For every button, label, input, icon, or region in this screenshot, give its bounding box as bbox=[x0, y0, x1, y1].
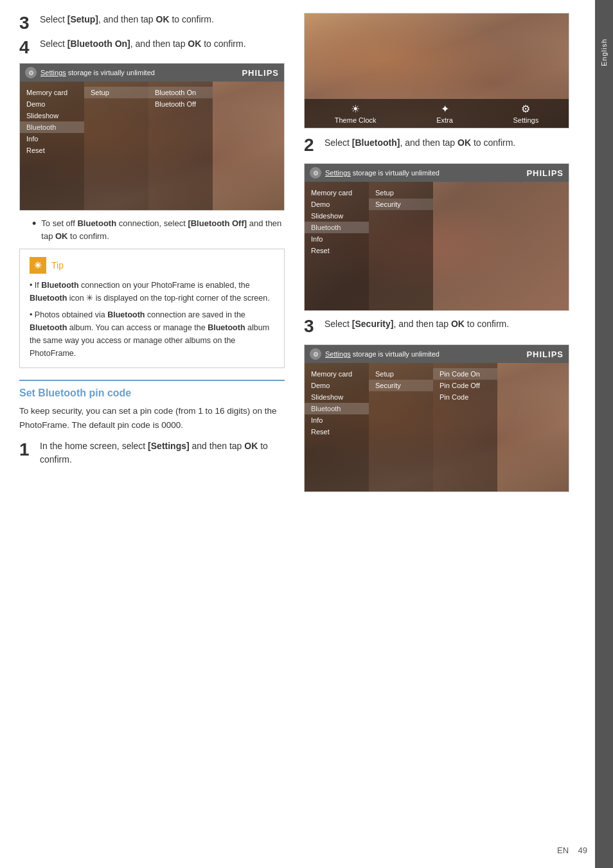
menu-item: Slideshow bbox=[305, 391, 369, 403]
step-3-right-number: 3 bbox=[304, 317, 324, 335]
bullet-dot: • bbox=[32, 217, 36, 231]
page-container: English 3 Select [Setup], and then tap O… bbox=[0, 0, 613, 868]
menu-item-bluetooth-3: Bluetooth bbox=[305, 403, 369, 414]
step-2-text: Select [Bluetooth], and then tap OK to c… bbox=[324, 136, 515, 150]
photo-menu-settings: ⚙ Settings bbox=[513, 103, 538, 124]
mockup-3-title: Settings storage is virtually unlimited bbox=[325, 350, 526, 358]
step-2-number: 2 bbox=[304, 136, 324, 154]
tip-header: ✳ Tip bbox=[30, 257, 274, 274]
menu-item: Memory card bbox=[20, 87, 84, 98]
mockup-1-brand: PHILIPS bbox=[242, 68, 279, 78]
section-intro: To keep security, you can set a pin code… bbox=[19, 404, 285, 432]
menu-item-bluetooth-2: Bluetooth bbox=[305, 222, 369, 233]
mockup-2-body: Memory card Demo Slideshow Bluetooth Inf… bbox=[305, 182, 569, 311]
settings-icon: ⚙ bbox=[513, 103, 538, 115]
menu-item: Info bbox=[20, 133, 84, 145]
submenu2-pincode-on: Pin Code On bbox=[433, 368, 497, 380]
mockup-1-submenu2: Bluetooth On Bluetooth Off bbox=[148, 82, 213, 211]
theme-clock-label: Theme Clock bbox=[335, 116, 377, 124]
step-4-block: 4 Select [Bluetooth On], and then tap OK… bbox=[19, 37, 285, 57]
tip-icon: ✳ bbox=[30, 257, 46, 274]
menu-item: Reset bbox=[305, 426, 369, 438]
submenu-item-setup: Setup bbox=[84, 87, 148, 98]
step-1-text: In the home screen, select [Settings] an… bbox=[40, 439, 285, 466]
step-2-header: 2 Select [Bluetooth], and then tap OK to… bbox=[304, 136, 569, 154]
submenu2-item-bluetooth-off: Bluetooth Off bbox=[148, 98, 213, 110]
mockup-2-menu: Memory card Demo Slideshow Bluetooth Inf… bbox=[305, 182, 369, 311]
right-column: ☀ Theme Clock ✦ Extra ⚙ Settings 2 bbox=[304, 13, 569, 855]
mockup-1-menu: Memory card Demo Slideshow Bluetooth Inf… bbox=[20, 82, 84, 211]
step-1-number: 1 bbox=[19, 441, 40, 459]
photo-menu-extra: ✦ Extra bbox=[436, 103, 453, 124]
extra-label: Extra bbox=[436, 116, 453, 124]
footer-lang: EN bbox=[557, 846, 569, 855]
step-3-text: Select [Setup], and then tap OK to confi… bbox=[40, 13, 214, 26]
page-footer: EN 49 bbox=[557, 846, 587, 855]
photo-menu-theme-clock: ☀ Theme Clock bbox=[335, 103, 377, 124]
step-1-block: 1 In the home screen, select [Settings] … bbox=[19, 439, 285, 466]
menu-item: Slideshow bbox=[305, 210, 369, 222]
mockup-1-body: Memory card Demo Slideshow Bluetooth Inf… bbox=[20, 82, 284, 211]
settings-label: Settings bbox=[513, 116, 538, 124]
mockup-2-title: Settings storage is virtually unlimited bbox=[325, 169, 526, 177]
ui-mockup-2: ⚙ Settings storage is virtually unlimite… bbox=[304, 163, 569, 311]
gear-icon-2: ⚙ bbox=[310, 167, 321, 179]
submenu-item-security-2: Security bbox=[369, 199, 433, 210]
mockup-2-titlebar: ⚙ Settings storage is virtually unlimite… bbox=[305, 164, 569, 182]
menu-item: Demo bbox=[20, 98, 84, 110]
step-4-number: 4 bbox=[19, 39, 40, 57]
extra-icon: ✦ bbox=[436, 103, 453, 115]
step-3-number: 3 bbox=[19, 14, 40, 32]
menu-item-bluetooth: Bluetooth bbox=[20, 121, 84, 133]
menu-item: Demo bbox=[305, 199, 369, 210]
ui-mockup-3: ⚙ Settings storage is virtually unlimite… bbox=[304, 344, 569, 492]
menu-item: Demo bbox=[305, 380, 369, 391]
section-title: Set Bluetooth pin code bbox=[19, 387, 285, 399]
mockup-3-brand: PHILIPS bbox=[526, 350, 564, 359]
step-4-text: Select [Bluetooth On], and then tap OK t… bbox=[40, 37, 246, 51]
side-tab-label: English bbox=[600, 39, 608, 66]
ui-mockup-1: ⚙ Settings storage is virtually unlimite… bbox=[19, 63, 285, 211]
section-divider bbox=[19, 380, 285, 381]
submenu-item-security-3: Security bbox=[369, 380, 433, 391]
step-3-right-header: 3 Select [Security], and then tap OK to … bbox=[304, 317, 569, 335]
step-3-right-block: 3 Select [Security], and then tap OK to … bbox=[304, 317, 569, 335]
mockup-1-titlebar: ⚙ Settings storage is virtually unlimite… bbox=[20, 64, 284, 82]
ok-label-3: OK bbox=[156, 14, 170, 24]
bracket-bluetooth-on: [Bluetooth On] bbox=[67, 39, 130, 49]
step-3-right-text: Select [Security], and then tap OK to co… bbox=[324, 317, 509, 331]
mockup-2-brand: PHILIPS bbox=[526, 168, 564, 178]
step-3-block: 3 Select [Setup], and then tap OK to con… bbox=[19, 13, 285, 32]
mockup-2-submenu: Setup Security bbox=[369, 182, 433, 311]
mockup-3-menu: Memory card Demo Slideshow Bluetooth Inf… bbox=[305, 363, 369, 492]
mockup-3-body: Memory card Demo Slideshow Bluetooth Inf… bbox=[305, 363, 569, 492]
top-photo: ☀ Theme Clock ✦ Extra ⚙ Settings bbox=[304, 13, 569, 128]
theme-clock-icon: ☀ bbox=[335, 103, 377, 115]
tip-title: Tip bbox=[51, 260, 64, 270]
menu-item: Reset bbox=[305, 245, 369, 256]
step-2-right-block: 2 Select [Bluetooth], and then tap OK to… bbox=[304, 136, 569, 154]
left-column: 3 Select [Setup], and then tap OK to con… bbox=[19, 13, 285, 855]
tip-box: ✳ Tip • If Bluetooth connection on your … bbox=[19, 249, 285, 368]
bracket-setup: [Setup] bbox=[67, 14, 98, 24]
footer-page: 49 bbox=[578, 846, 587, 855]
mockup-3-submenu: Setup Security bbox=[369, 363, 433, 492]
submenu2-pincode: Pin Code bbox=[433, 391, 497, 403]
submenu2-pincode-off: Pin Code Off bbox=[433, 380, 497, 391]
mockup-1-title: Settings storage is virtually unlimited bbox=[40, 69, 242, 76]
submenu-item-setup-3: Setup bbox=[369, 368, 433, 380]
bullet-text: To set off Bluetooth connection, select … bbox=[41, 217, 285, 242]
mockup-3-submenu2: Pin Code On Pin Code Off Pin Code bbox=[433, 363, 497, 492]
main-content: 3 Select [Setup], and then tap OK to con… bbox=[0, 0, 595, 868]
menu-item: Memory card bbox=[305, 368, 369, 380]
bullet-bluetooth-off: • To set off Bluetooth connection, selec… bbox=[32, 217, 285, 242]
menu-item: Memory card bbox=[305, 187, 369, 199]
tip-paragraph-1: • If Bluetooth connection on your PhotoF… bbox=[30, 279, 274, 305]
mockup-1-submenu: Setup bbox=[84, 82, 148, 211]
mockup-3-titlebar: ⚙ Settings storage is virtually unlimite… bbox=[305, 345, 569, 363]
menu-item: Info bbox=[305, 233, 369, 245]
gear-icon: ⚙ bbox=[25, 67, 37, 78]
ok-label-4: OK bbox=[188, 39, 201, 49]
menu-item: Reset bbox=[20, 145, 84, 156]
menu-item: Slideshow bbox=[20, 110, 84, 121]
